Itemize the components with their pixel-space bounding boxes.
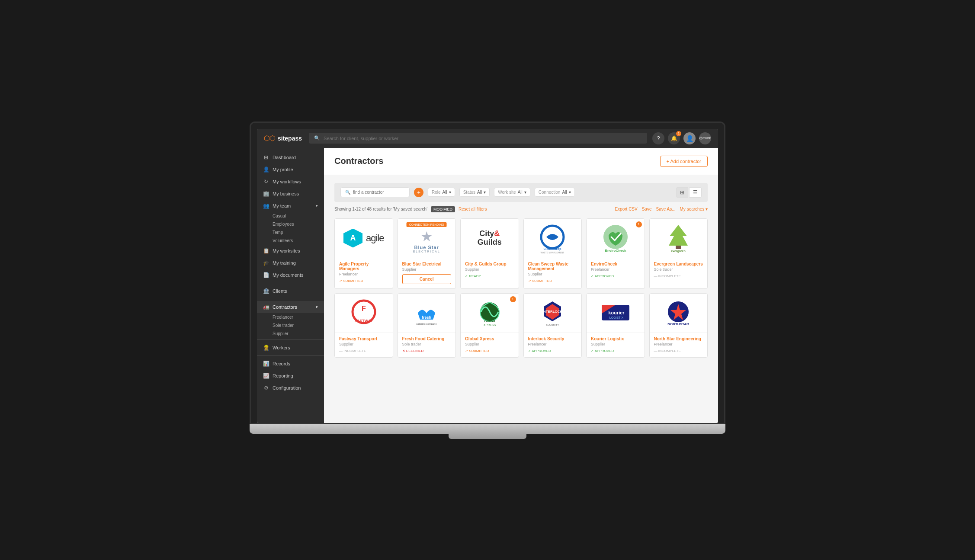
documents-icon: 📄 bbox=[263, 272, 269, 278]
sidebar-sub-volunteers[interactable]: Volunteers bbox=[273, 237, 324, 245]
sidebar-label-training: My training bbox=[273, 260, 296, 266]
notify-dot-global: 1 bbox=[510, 296, 516, 302]
card-northstar[interactable]: NORTHSTAR North Star Engineering Freelan… bbox=[649, 293, 708, 358]
card-type-global: Supplier bbox=[465, 342, 514, 346]
add-contractor-button[interactable]: + Add contractor bbox=[660, 156, 708, 167]
sidebar-item-dashboard[interactable]: ⊞ Dashboard bbox=[257, 151, 324, 163]
contractor-search-input[interactable] bbox=[353, 190, 408, 195]
connection-filter[interactable]: Connection All ▾ bbox=[535, 188, 575, 197]
contractors-chevron-icon: ▾ bbox=[316, 305, 318, 309]
card-cityguilds[interactable]: City&Guilds City & Guilds Group Supplier… bbox=[460, 218, 519, 289]
role-filter-chevron: ▾ bbox=[449, 190, 451, 195]
sidebar-divider-1 bbox=[257, 283, 324, 283]
sidebar-item-contractors[interactable]: 🚛 Contractors ▾ bbox=[257, 301, 324, 313]
laptop-screen: ⬡⬡ sitepass 🔍 ? 🔔 1 👤 ⚙CUBE bbox=[250, 122, 725, 424]
sidebar-item-my-training[interactable]: 🎓 My training bbox=[257, 257, 324, 269]
sidebar-sub-supplier[interactable]: Supplier bbox=[273, 330, 324, 338]
sidebar-label-contractors: Contractors bbox=[273, 304, 297, 310]
card-name-envirocheck: EnviroCheck bbox=[591, 262, 640, 266]
card-cleansweep[interactable]: CleanSweep WASTE MANAGEMENT Clean Sweep … bbox=[523, 218, 582, 289]
sidebar-item-my-business[interactable]: 🏢 My business bbox=[257, 188, 324, 200]
interlock-logo-svg: INTERLOCK SECURITY bbox=[535, 298, 570, 328]
card-name-cityguilds: City & Guilds Group bbox=[465, 262, 514, 266]
card-logo-agile: A agile bbox=[335, 219, 393, 258]
sidebar-item-workers[interactable]: 👷 Workers bbox=[257, 342, 324, 354]
card-fresh[interactable]: fresh catering company Fresh Food Cateri… bbox=[398, 293, 456, 358]
card-kourier[interactable]: kourier LOGISTIX Kourier Logistix Suppli… bbox=[586, 293, 645, 358]
save-link[interactable]: Save bbox=[642, 207, 652, 211]
results-bar: Showing 1-12 of 48 results for 'My saved… bbox=[334, 206, 708, 212]
card-type-bluestar: Supplier bbox=[402, 267, 452, 272]
card-global[interactable]: 1 Global XPRESS bbox=[460, 293, 519, 358]
worksite-filter[interactable]: Work site All ▾ bbox=[494, 188, 530, 197]
search-bar[interactable]: 🔍 bbox=[309, 133, 647, 144]
card-status-fresh: ✕ DECLINED bbox=[402, 349, 452, 353]
cancel-button-bluestar[interactable]: Cancel bbox=[402, 274, 452, 284]
sidebar-label-team: My team bbox=[273, 203, 291, 208]
sidebar-item-my-profile[interactable]: 👤 My profile bbox=[257, 163, 324, 176]
sidebar-label-configuration: Configuration bbox=[273, 385, 301, 390]
status-filter[interactable]: Status All ▾ bbox=[459, 188, 490, 197]
top-bar: ⬡⬡ sitepass 🔍 ? 🔔 1 👤 ⚙CUBE bbox=[257, 129, 718, 148]
search-input[interactable] bbox=[324, 136, 642, 141]
list-view-button[interactable]: ☰ bbox=[689, 187, 702, 198]
reset-filters-link[interactable]: Reset all filters bbox=[459, 207, 487, 211]
svg-text:catering company: catering company bbox=[417, 323, 437, 325]
fastway-logo-svg: F FASTWAY bbox=[346, 298, 381, 328]
notifications-button[interactable]: 🔔 1 bbox=[668, 132, 680, 144]
save-as-link[interactable]: Save As... bbox=[656, 207, 676, 211]
fresh-logo-svg: fresh catering company bbox=[409, 298, 444, 328]
card-logo-interlock: INTERLOCK SECURITY bbox=[524, 294, 582, 333]
sidebar-item-my-worksites[interactable]: 📋 My worksites bbox=[257, 245, 324, 257]
card-interlock[interactable]: INTERLOCK SECURITY Interlock Security Fr… bbox=[523, 293, 582, 358]
sidebar-item-configuration[interactable]: ⚙ Configuration bbox=[257, 382, 324, 394]
card-envirocheck[interactable]: 1 EnviroCheck EnviroCheck bbox=[586, 218, 645, 289]
sidebar-sub-freelancer[interactable]: Freelancer bbox=[273, 313, 324, 321]
sidebar-sub-casual[interactable]: Casual bbox=[273, 212, 324, 220]
business-icon: 🏢 bbox=[263, 191, 269, 197]
card-name-fastway: Fastway Transport bbox=[339, 336, 388, 341]
sidebar-label-clients: Clients bbox=[273, 288, 287, 294]
workers-icon: 👷 bbox=[263, 345, 269, 351]
worksites-icon: 📋 bbox=[263, 248, 269, 254]
avatar[interactable]: 👤 bbox=[683, 132, 696, 144]
filter-tag-modified: MODIFIED bbox=[431, 206, 455, 212]
sidebar-item-my-workflows[interactable]: ↻ My workflows bbox=[257, 176, 324, 188]
add-filter-button[interactable]: + bbox=[414, 188, 423, 197]
settings-button[interactable]: ⚙CUBE bbox=[699, 132, 711, 144]
sidebar-sub-sole-trader[interactable]: Sole trader bbox=[273, 321, 324, 330]
svg-text:FASTWAY: FASTWAY bbox=[354, 319, 373, 323]
logo: ⬡⬡ sitepass bbox=[264, 134, 302, 142]
sidebar-label-reporting: Reporting bbox=[273, 373, 293, 378]
my-searches-link[interactable]: My searches ▾ bbox=[680, 207, 708, 211]
card-evergreen[interactable]: evergreen Evergreen Landscapers Sole tra… bbox=[649, 218, 708, 289]
role-filter[interactable]: Role All ▾ bbox=[428, 188, 455, 197]
sidebar-sub-employees[interactable]: Employees bbox=[273, 220, 324, 228]
card-type-fastway: Supplier bbox=[339, 342, 388, 346]
card-agile[interactable]: A agile Agile Property Managers Freelanc… bbox=[334, 218, 393, 289]
clients-icon: 🏦 bbox=[263, 288, 269, 294]
card-type-evergreen: Sole trader bbox=[654, 267, 703, 272]
sidebar-sub-temp[interactable]: Temp bbox=[273, 228, 324, 237]
sidebar-label-workers: Workers bbox=[273, 345, 290, 350]
card-bluestar[interactable]: CONNECTION PENDING ★ Blue Star ELECTRICA… bbox=[398, 218, 456, 289]
logo-icon: ⬡⬡ bbox=[264, 134, 275, 142]
contractor-search[interactable]: 🔍 bbox=[340, 187, 410, 197]
sidebar-label-worksites: My worksites bbox=[273, 248, 300, 253]
sidebar-item-my-documents[interactable]: 📄 My documents bbox=[257, 269, 324, 281]
sidebar-item-my-team[interactable]: 👥 My team ▾ bbox=[257, 200, 324, 212]
grid-view-button[interactable]: ⊞ bbox=[676, 187, 688, 198]
sidebar-item-clients[interactable]: 🏦 Clients bbox=[257, 285, 324, 297]
card-body-agile: Agile Property Managers Freelancer ↗ SUB… bbox=[335, 258, 393, 287]
sidebar-label-dashboard: Dashboard bbox=[273, 155, 296, 160]
sidebar-item-reporting[interactable]: 📈 Reporting bbox=[257, 370, 324, 382]
sidebar: ⊞ Dashboard 👤 My profile ↻ My workflows … bbox=[257, 148, 324, 423]
sidebar-item-records[interactable]: 📊 Records bbox=[257, 358, 324, 370]
svg-text:evergreen: evergreen bbox=[671, 250, 686, 253]
help-button[interactable]: ? bbox=[652, 132, 664, 144]
svg-text:fresh: fresh bbox=[422, 315, 431, 320]
export-csv-link[interactable]: Export CSV bbox=[615, 207, 637, 211]
worksite-filter-chevron: ▾ bbox=[524, 190, 526, 195]
card-name-northstar: North Star Engineering bbox=[654, 336, 703, 341]
card-fastway[interactable]: F FASTWAY Fastway Transport Supplier — I… bbox=[334, 293, 393, 358]
